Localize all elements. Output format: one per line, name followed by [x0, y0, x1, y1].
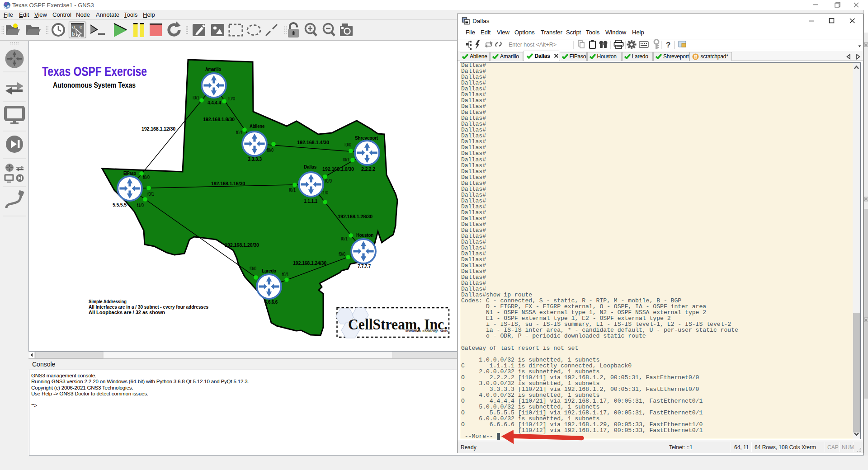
svg-text:f0/1: f0/1: [147, 192, 154, 197]
svg-text:3.3.3.3: 3.3.3.3: [248, 156, 262, 162]
svg-text:?: ?: [666, 41, 670, 49]
svg-text:f0/1: f0/1: [193, 95, 199, 100]
svg-text:Instruction. Knowledge. Skil: Instruction. Knowledge. Skills.: [406, 329, 448, 333]
svg-text:Amarillo: Amarillo: [205, 66, 221, 72]
svg-text:Simple Addressing: Simple Addressing: [89, 299, 127, 304]
svg-text:f0/0: f0/0: [267, 148, 274, 153]
svg-text:ElPaso: ElPaso: [123, 170, 136, 176]
svg-text:Laredo: Laredo: [262, 268, 276, 273]
svg-text:192.168.1.20/30: 192.168.1.20/30: [225, 242, 259, 248]
svg-text:192.168.1.12/30: 192.168.1.12/30: [142, 126, 175, 132]
svg-text:f0/0: f0/0: [250, 266, 256, 271]
svg-text:f0/1: f0/1: [343, 157, 349, 162]
svg-text:6.6.6.6: 6.6.6.6: [264, 299, 278, 305]
svg-text:f0/0: f0/0: [325, 179, 332, 183]
svg-text:192.168.1.28/30: 192.168.1.28/30: [338, 214, 373, 219]
svg-text:f0/0: f0/0: [228, 96, 235, 101]
svg-text:c: c: [80, 24, 82, 29]
svg-text:Shreveport: Shreveport: [355, 135, 378, 141]
svg-text:5.5.5.5: 5.5.5.5: [113, 202, 127, 207]
svg-text:f0/1: f0/1: [341, 236, 348, 241]
svg-text:7.7.7.7: 7.7.7.7: [358, 263, 371, 269]
svg-text:All Interfaces are in a / 30 s: All Interfaces are in a / 30 subnet - ev…: [89, 304, 208, 310]
svg-text:a: a: [72, 24, 75, 29]
svg-text:f0/0: f0/0: [344, 142, 351, 147]
svg-text:4.4.4.4: 4.4.4.4: [208, 100, 222, 105]
svg-text:f0/0: f0/0: [339, 252, 345, 257]
svg-text:192.168.1.16/30: 192.168.1.16/30: [211, 181, 245, 186]
svg-text:f0/1: f0/1: [289, 188, 296, 193]
svg-text:2.2.2.2: 2.2.2.2: [361, 166, 375, 172]
svg-text:f1/0: f1/0: [321, 190, 328, 195]
svg-text:Dallas: Dallas: [472, 18, 490, 24]
svg-text:192.168.1.8/30: 192.168.1.8/30: [203, 117, 235, 122]
svg-text:192.168.1.4/30: 192.168.1.4/30: [297, 140, 329, 145]
svg-text:b: b: [72, 31, 75, 37]
svg-text:Abilene: Abilene: [250, 123, 264, 129]
svg-text:f0/1: f0/1: [282, 272, 289, 277]
svg-text:Dallas: Dallas: [304, 164, 316, 169]
svg-text:Autonomous System Texas: Autonomous System Texas: [53, 81, 136, 89]
svg-text:192.168.1.0/30: 192.168.1.0/30: [322, 166, 354, 172]
svg-text:f0/1: f0/1: [236, 130, 243, 135]
svg-text:Texas OSPF Exercise: Texas OSPF Exercise: [42, 64, 147, 79]
svg-text:All Loopbacks are / 32 as show: All Loopbacks are / 32 as shown: [89, 310, 165, 315]
svg-text:Houston: Houston: [356, 232, 373, 238]
svg-text:1.1.1.1: 1.1.1.1: [304, 198, 318, 204]
svg-text:192.168.1.24/30: 192.168.1.24/30: [293, 260, 326, 266]
svg-text:f1/0: f1/0: [137, 203, 144, 208]
svg-text:f0/0: f0/0: [143, 175, 150, 180]
